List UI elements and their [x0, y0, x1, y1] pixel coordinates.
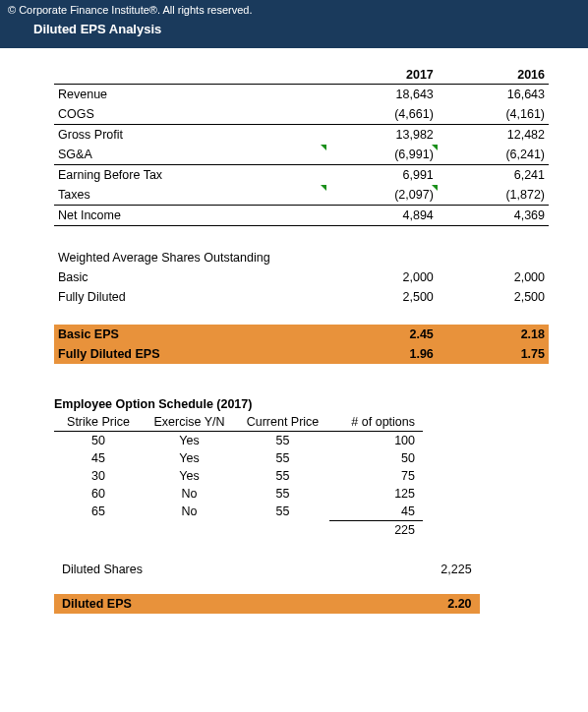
basic-eps-row: Basic EPS 2.45 2.18	[54, 325, 549, 344]
col-strike: Strike Price	[54, 413, 143, 432]
diluted-shares-table: Diluted Shares 2,225	[54, 561, 480, 578]
page-title: Diluted EPS Analysis	[8, 16, 580, 36]
option-schedule-title: Employee Option Schedule (2017)	[54, 397, 549, 411]
row-label: Basic	[54, 267, 326, 287]
cell-value: (2,097)	[326, 185, 438, 206]
cell: No	[143, 485, 236, 503]
table-row: COGS (4,661) (4,161)	[54, 104, 549, 125]
diluted-eps-table: Diluted EPS 2.20	[54, 594, 480, 614]
cell: 75	[329, 467, 423, 485]
table-row: 50Yes55100	[54, 432, 423, 450]
fully-diluted-eps-row: Fully Diluted EPS 1.96 1.75	[54, 344, 549, 364]
header-bar: © Corporate Finance Institute®. All righ…	[0, 0, 588, 48]
cell-value: 2.18	[438, 325, 549, 344]
cell-value: (4,161)	[438, 104, 549, 125]
income-statement-table: 2017 2016 Revenue 18,643 16,643 COGS (4,…	[54, 66, 549, 226]
option-schedule-table: Strike Price Exercise Y/N Current Price …	[54, 413, 423, 539]
cell: 45	[329, 503, 423, 521]
cell-value: 2,225	[341, 561, 480, 578]
cell: 30	[54, 467, 143, 485]
row-label: Diluted Shares	[54, 561, 341, 578]
cell-value: (4,661)	[326, 104, 438, 125]
cell-value: 6,991	[326, 165, 438, 186]
cell-value: (1,872)	[438, 185, 549, 206]
cell-value: (6,241)	[438, 145, 549, 165]
table-row: Fully Diluted 2,500 2,500	[54, 287, 549, 307]
cell-value: 4,369	[438, 206, 549, 226]
cell-value: 16,643	[438, 85, 549, 105]
col-count: # of options	[329, 413, 423, 432]
options-sum: 225	[329, 521, 423, 540]
table-row: Earning Before Tax 6,991 6,241	[54, 165, 549, 186]
table-row: Diluted Shares 2,225	[54, 561, 480, 578]
cell-value: (6,991)	[326, 145, 438, 165]
cell: 60	[54, 485, 143, 503]
diluted-eps-row: Diluted EPS 2.20	[54, 594, 480, 614]
table-row: Revenue 18,643 16,643	[54, 85, 549, 105]
col-exercise: Exercise Y/N	[143, 413, 236, 432]
cell: No	[143, 503, 236, 521]
cell: 55	[236, 467, 329, 485]
cell-value: 2,000	[438, 267, 549, 287]
table-row: 45Yes5550	[54, 449, 423, 467]
table-row: Taxes (2,097) (1,872)	[54, 185, 549, 206]
col-current: Current Price	[236, 413, 329, 432]
cell-value: 2.45	[326, 325, 438, 344]
shares-table: Weighted Average Shares Outstanding Basi…	[54, 248, 549, 307]
row-label: Taxes	[54, 185, 326, 206]
cell-value: 13,982	[326, 125, 438, 146]
cell: 50	[329, 449, 423, 467]
cell: 55	[236, 449, 329, 467]
cell-value: 1.75	[438, 344, 549, 364]
row-label: Basic EPS	[54, 325, 326, 344]
table-row: 65No5545	[54, 503, 423, 521]
row-label: Fully Diluted	[54, 287, 326, 307]
row-label: Gross Profit	[54, 125, 326, 146]
cell: 45	[54, 449, 143, 467]
cell: 100	[329, 432, 423, 450]
table-row: SG&A (6,991) (6,241)	[54, 145, 549, 165]
row-label: COGS	[54, 104, 326, 125]
cell-value: 2,000	[326, 267, 438, 287]
table-row: 30Yes5575	[54, 467, 423, 485]
cell-value: 1.96	[326, 344, 438, 364]
row-label: Earning Before Tax	[54, 165, 326, 186]
cell: Yes	[143, 467, 236, 485]
cell-value: 6,241	[438, 165, 549, 186]
copyright-text: © Corporate Finance Institute®. All righ…	[8, 4, 580, 16]
cell-value: 12,482	[438, 125, 549, 146]
cell: 50	[54, 432, 143, 450]
cell: 65	[54, 503, 143, 521]
table-row: Net Income 4,894 4,369	[54, 206, 549, 226]
cell: 55	[236, 503, 329, 521]
cell: Yes	[143, 432, 236, 450]
cell-value: 2.20	[344, 594, 479, 614]
cell-value: 2,500	[438, 287, 549, 307]
cell-value: 4,894	[326, 206, 438, 226]
row-label: Net Income	[54, 206, 326, 226]
row-label: SG&A	[54, 145, 326, 165]
row-label: Diluted EPS	[54, 594, 344, 614]
row-label: Revenue	[54, 85, 326, 105]
table-row: 60No55125	[54, 485, 423, 503]
eps-table: Basic EPS 2.45 2.18 Fully Diluted EPS 1.…	[54, 325, 549, 364]
table-row: Basic 2,000 2,000	[54, 267, 549, 287]
col-year-2017: 2017	[326, 66, 438, 85]
cell: 55	[236, 432, 329, 450]
shares-title: Weighted Average Shares Outstanding	[54, 248, 549, 267]
cell: 125	[329, 485, 423, 503]
table-row: Gross Profit 13,982 12,482	[54, 125, 549, 146]
sum-row: 225	[54, 521, 423, 540]
col-year-2016: 2016	[438, 66, 549, 85]
row-label: Fully Diluted EPS	[54, 344, 326, 364]
cell-value: 18,643	[326, 85, 438, 105]
cell: 55	[236, 485, 329, 503]
cell-value: 2,500	[326, 287, 438, 307]
cell: Yes	[143, 449, 236, 467]
content-area: 2017 2016 Revenue 18,643 16,643 COGS (4,…	[0, 48, 588, 614]
